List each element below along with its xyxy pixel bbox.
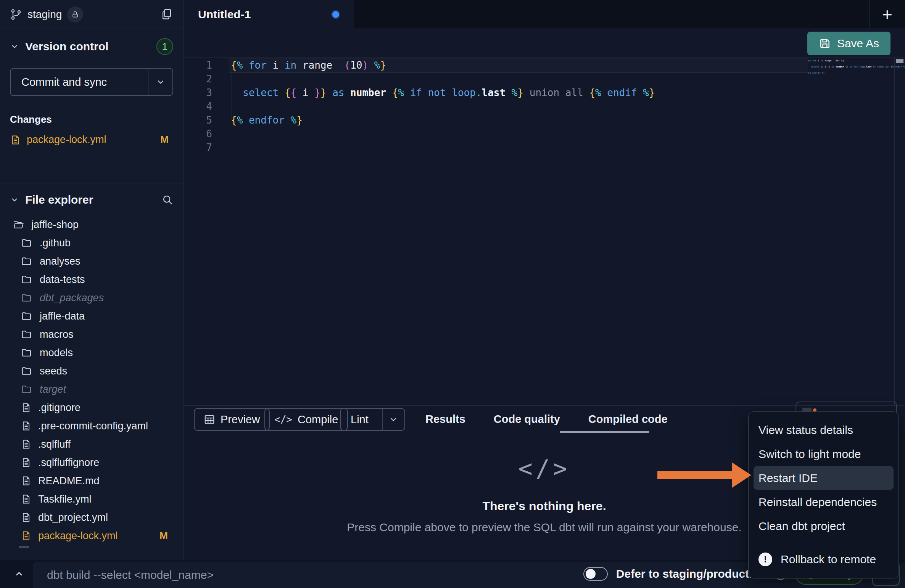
editor-tabbar: Untitled-1 +	[184, 0, 905, 29]
version-control-title: Version control	[25, 40, 108, 53]
code-content: {% for i in range (10) %} select {{ i }}…	[231, 58, 655, 154]
folder-icon	[21, 255, 33, 267]
search-icon[interactable]	[162, 194, 173, 206]
defer-toggle[interactable]	[583, 567, 608, 581]
file-tree-item-sqlfluff[interactable]: .sqlfluff	[10, 435, 173, 453]
file-tree-item-analyses[interactable]: analyses	[10, 252, 173, 270]
file-tree-item-sqlfluffignore[interactable]: .sqlfluffignore	[10, 453, 173, 472]
menu-item-clean-dbt-project[interactable]: Clean dbt project	[749, 514, 899, 538]
code-editor[interactable]: 1234567 {% for i in range (10) %} select…	[184, 58, 905, 405]
editor-scrollbar[interactable]	[894, 58, 905, 405]
file-icon	[21, 457, 31, 468]
file-explorer-section: File explorer jaffle-shop.githubanalyses…	[0, 183, 183, 559]
file-name: data-tests	[40, 274, 85, 286]
code-line-4	[231, 100, 655, 113]
new-tab-button[interactable]: +	[869, 0, 905, 29]
minimap-line-6	[808, 74, 894, 77]
commit-options-dropdown[interactable]	[148, 69, 172, 95]
menu-item-reinstall-dependencies[interactable]: Reinstall dependencies	[749, 490, 899, 514]
ide-options-menu: View status detailsSwitch to light modeR…	[748, 411, 899, 578]
file-icon	[10, 134, 21, 146]
changed-file-name: package-lock.yml	[27, 134, 106, 146]
file-tree-item-dbt-project-yml[interactable]: dbt_project.yml	[10, 508, 173, 527]
code-line-2	[231, 72, 655, 86]
file-tree-item-taskfile-yml[interactable]: Taskfile.yml	[10, 490, 173, 508]
lint-dropdown[interactable]	[382, 409, 404, 430]
file-tree-item-github[interactable]: .github	[10, 234, 173, 252]
file-tree-item-pre-commit-config-yaml[interactable]: .pre-commit-config.yaml	[10, 417, 173, 435]
branch-name[interactable]: staging	[27, 8, 62, 21]
compile-label: Compile	[298, 413, 338, 426]
preview-button[interactable]: Preview	[194, 408, 270, 431]
file-icon	[21, 493, 31, 505]
branch-lock-badge	[67, 6, 83, 22]
commit-and-sync-button[interactable]: Commit and sync	[10, 68, 173, 96]
chevron-down-icon[interactable]	[10, 195, 19, 204]
editor-header: Save As	[184, 29, 905, 58]
save-as-button[interactable]: Save As	[807, 32, 891, 55]
line-number: 7	[184, 141, 229, 154]
code-line-5: {% endfor %}	[231, 113, 655, 127]
expand-command-bar-button[interactable]	[8, 559, 30, 588]
file-tree-item-jaffle-shop[interactable]: jaffle-shop	[10, 215, 173, 234]
file-tree-item-macros[interactable]: macros	[10, 325, 173, 344]
file-name: package-lock.yml	[38, 530, 118, 542]
changed-file-package-lock-yml[interactable]: package-lock.ymlM	[10, 134, 173, 146]
tab-title: Untitled-1	[198, 8, 251, 21]
file-tree-item-target[interactable]: target	[10, 380, 173, 398]
changes-list: package-lock.ymlM	[10, 134, 173, 146]
file-tree-item-readme-md[interactable]: README.md	[10, 472, 173, 490]
file-name: target	[40, 384, 66, 395]
file-name: dbt_project.yml	[38, 512, 108, 524]
file-name: jaffle-shop	[31, 219, 79, 231]
minimap[interactable]: {% for i in range (10) %} select {{ i }}…	[808, 59, 894, 80]
file-tree-item-package-lock-yml[interactable]: package-lock.ymlM	[10, 527, 173, 545]
file-tree-item-clipped	[19, 546, 29, 548]
code-line-1: {% for i in range (10) %}	[231, 58, 655, 72]
minimap-line-4	[808, 68, 894, 71]
folder-icon	[21, 292, 33, 304]
file-name: dbt_packages	[40, 292, 104, 304]
folder-icon	[21, 237, 33, 249]
folder-icon	[21, 365, 33, 377]
line-number-gutter: 1234567	[184, 58, 229, 154]
file-tree-item-dbt-packages[interactable]: dbt_packages	[10, 289, 173, 307]
empty-state-subtitle: Press Compile above to preview the SQL d…	[347, 521, 741, 534]
code-icon: </>	[274, 414, 292, 425]
line-number: 2	[184, 72, 229, 86]
file-icon	[21, 420, 31, 432]
menu-item-rollback-to-remote[interactable]: !Rollback to remote	[749, 546, 899, 573]
duplicate-icon[interactable]	[160, 8, 173, 21]
file-name: .sqlfluff	[38, 439, 71, 450]
file-tree-item-models[interactable]: models	[10, 344, 173, 362]
menu-item-switch-to-light-mode[interactable]: Switch to light mode	[749, 442, 899, 466]
minimap-line-7	[808, 77, 894, 80]
git-branch-icon	[10, 8, 22, 21]
panel-tab-compiled-code[interactable]: Compiled code	[584, 413, 672, 426]
panel-tab-code-quality[interactable]: Code quality	[489, 413, 565, 426]
file-tree-item-gitignore[interactable]: .gitignore	[10, 398, 173, 417]
chevron-down-icon[interactable]	[10, 42, 19, 51]
changes-count-badge: 1	[156, 38, 173, 55]
folder-icon	[21, 347, 33, 358]
lint-button[interactable]: Lint	[340, 408, 405, 431]
compile-button[interactable]: </> Compile	[264, 408, 348, 431]
file-name: .gitignore	[38, 402, 81, 414]
file-name: jaffle-data	[40, 310, 85, 322]
minimap-line-2	[808, 62, 894, 65]
file-tree-item-jaffle-data[interactable]: jaffle-data	[10, 307, 173, 325]
menu-item-restart-ide[interactable]: Restart IDE	[754, 466, 894, 490]
active-tab-underline	[560, 431, 649, 433]
modified-badge: M	[159, 530, 168, 542]
version-control-section: Version control 1 Commit and sync Change…	[0, 29, 183, 183]
file-tree-item-data-tests[interactable]: data-tests	[10, 270, 173, 289]
changes-label: Changes	[10, 114, 173, 125]
file-name: .sqlfluffignore	[38, 457, 99, 469]
panel-tab-results[interactable]: Results	[421, 413, 470, 426]
tab-untitled-1[interactable]: Untitled-1	[184, 0, 354, 29]
minimap-line-3: select {{ i }} as number {% if not loop.…	[808, 65, 894, 68]
file-tree-item-seeds[interactable]: seeds	[10, 362, 173, 380]
file-explorer-title: File explorer	[25, 193, 93, 206]
menu-item-view-status-details[interactable]: View status details	[749, 418, 899, 442]
scrollbar-thumb[interactable]	[896, 59, 903, 63]
